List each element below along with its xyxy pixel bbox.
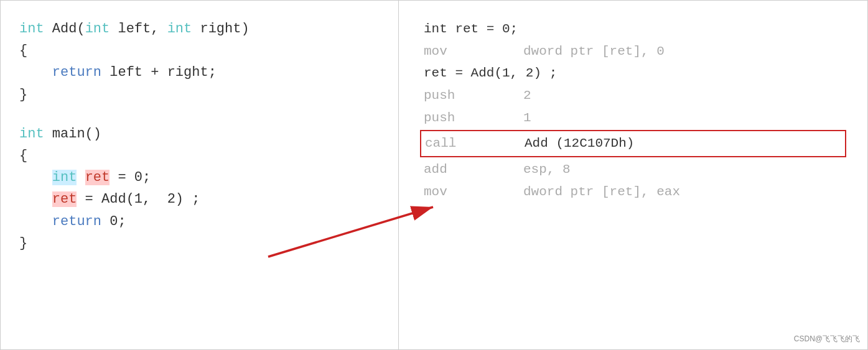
code-line-2: { bbox=[19, 40, 380, 62]
asm-row-call: call Add (12C107Dh) bbox=[420, 130, 846, 157]
keyword-int-4: int bbox=[19, 126, 44, 142]
asm-c-text-1: int ret = 0; bbox=[424, 18, 518, 40]
code-line-1: int Add(int left, int right) bbox=[19, 18, 380, 40]
code-line-6: { bbox=[19, 145, 380, 167]
asm-row-push1: push 1 bbox=[424, 107, 842, 129]
asm-row-add: add esp, 8 bbox=[424, 159, 842, 181]
asm-row-push2: push 2 bbox=[424, 85, 842, 107]
asm-operand-mov1: dword ptr [ret], 0 bbox=[523, 40, 665, 63]
asm-mnemonic-add: add bbox=[424, 159, 523, 181]
var-ret-1: ret bbox=[85, 170, 110, 185]
asm-operand-call: Add (12C107Dh) bbox=[525, 132, 634, 155]
asm-operand-add: esp, 8 bbox=[523, 159, 571, 181]
code-line-5: int main() bbox=[19, 123, 380, 145]
asm-mnemonic-push1: push bbox=[424, 107, 523, 129]
code-line-3: return left + right; bbox=[19, 62, 380, 83]
right-panel: int ret = 0; mov dword ptr [ret], 0 ret … bbox=[399, 1, 867, 349]
keyword-return-1: return bbox=[52, 65, 101, 80]
keyword-int-2: int bbox=[85, 21, 110, 37]
keyword-int-1: int bbox=[19, 21, 44, 37]
code-line-10: } bbox=[19, 233, 380, 254]
asm-row-mov2: mov dword ptr [ret], eax bbox=[424, 181, 842, 203]
code-line-9: return 0; bbox=[19, 211, 380, 233]
keyword-int-highlighted: int bbox=[52, 170, 77, 185]
watermark: CSDN@飞飞飞的飞 bbox=[794, 334, 860, 344]
keyword-int-3: int bbox=[167, 21, 192, 37]
code-line-8: ret = Add(1, 2) ; bbox=[19, 188, 380, 210]
asm-mnemonic-mov2: mov bbox=[424, 181, 523, 203]
asm-c-line-2: ret = Add(1, 2) ; bbox=[424, 62, 842, 85]
var-ret-2: ret bbox=[52, 191, 77, 207]
keyword-return-2: return bbox=[52, 214, 101, 229]
asm-c-text-2: ret = Add(1, 2) ; bbox=[424, 62, 557, 85]
asm-row-mov1: mov dword ptr [ret], 0 bbox=[424, 40, 842, 63]
asm-mnemonic-push2: push bbox=[424, 85, 523, 107]
asm-mnemonic-mov1: mov bbox=[424, 40, 523, 63]
asm-mnemonic-call: call bbox=[425, 132, 525, 155]
asm-operand-mov2: dword ptr [ret], eax bbox=[523, 181, 680, 203]
main-container: int Add(int left, int right) { return le… bbox=[0, 0, 868, 350]
asm-operand-push2: 2 bbox=[523, 85, 531, 107]
asm-operand-push1: 1 bbox=[523, 107, 531, 129]
code-line-7: int ret = 0; bbox=[19, 167, 380, 188]
left-panel: int Add(int left, int right) { return le… bbox=[1, 1, 399, 349]
asm-c-line-1: int ret = 0; bbox=[424, 18, 842, 40]
code-line-4: } bbox=[19, 84, 380, 106]
